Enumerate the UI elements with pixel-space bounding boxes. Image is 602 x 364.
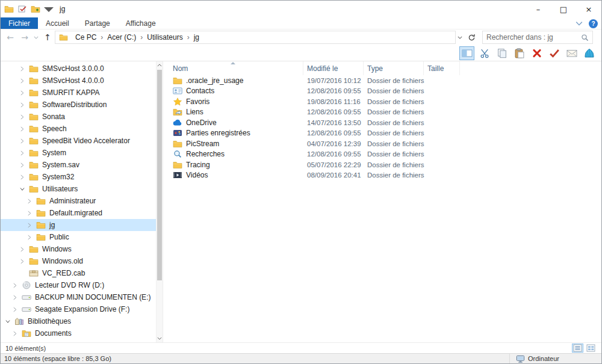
column-header[interactable]: Taille bbox=[424, 61, 460, 75]
chevron-down-icon[interactable] bbox=[5, 318, 11, 324]
paste-button[interactable] bbox=[512, 46, 527, 60]
tree-item[interactable]: Lecteur DVD RW (D:) bbox=[1, 279, 156, 291]
address-bar[interactable]: Ce PC›Acer (C:)›Utilisateurs›jg bbox=[55, 31, 456, 44]
tree-item[interactable]: Bibliothèques bbox=[1, 315, 156, 327]
file-row[interactable]: .oracle_jre_usage19/07/2016 10:12Dossier… bbox=[163, 75, 601, 86]
breadcrumb-segment[interactable]: Utilisateurs bbox=[143, 32, 186, 43]
file-row[interactable]: PicStream04/07/2016 12:39Dossier de fich… bbox=[163, 138, 601, 149]
tree-item[interactable]: Documents bbox=[1, 327, 156, 339]
file-row[interactable]: Tracing05/07/2016 22:29Dossier de fichie… bbox=[163, 159, 601, 170]
tree-scrollbar[interactable] bbox=[156, 61, 163, 342]
tree-item[interactable]: Speech bbox=[1, 123, 156, 135]
shell-button[interactable] bbox=[582, 46, 597, 60]
column-header[interactable]: Nom bbox=[163, 61, 303, 75]
help-button[interactable]: ? bbox=[589, 19, 598, 28]
search-icon[interactable] bbox=[581, 34, 589, 42]
chevron-down-icon[interactable] bbox=[20, 186, 26, 192]
copy-button[interactable] bbox=[494, 46, 509, 60]
tree-item[interactable]: Sonata bbox=[1, 111, 156, 123]
recent-locations-button[interactable] bbox=[32, 31, 40, 44]
disc-icon bbox=[22, 281, 31, 289]
tab-accueil[interactable]: Accueil bbox=[38, 17, 77, 29]
chevron-right-icon[interactable] bbox=[20, 126, 26, 132]
tree-item[interactable]: Administrateur bbox=[1, 195, 156, 207]
file-row[interactable]: Favoris19/08/2016 11:16Dossier de fichie… bbox=[163, 96, 601, 107]
preview-pane-button[interactable] bbox=[459, 46, 474, 60]
tree-item[interactable]: SMURFIT KAPPA bbox=[1, 87, 156, 99]
address-dropdown-button[interactable] bbox=[456, 31, 464, 44]
tree-item[interactable]: SMSvcHost 3.0.0.0 bbox=[1, 63, 156, 75]
validate-button[interactable] bbox=[547, 46, 562, 60]
chevron-right-icon[interactable] bbox=[20, 102, 26, 108]
chevron-right-icon[interactable] bbox=[13, 294, 19, 300]
chevron-right-icon[interactable] bbox=[13, 330, 19, 336]
up-button[interactable]: ↑ bbox=[40, 31, 55, 44]
chevron-right-icon[interactable] bbox=[20, 246, 26, 252]
chevron-right-icon[interactable] bbox=[20, 114, 26, 120]
breadcrumb-segment[interactable]: Ce PC bbox=[72, 32, 100, 43]
breadcrumb-segment[interactable]: Acer (C:) bbox=[104, 32, 140, 43]
file-row[interactable]: Vidéos08/09/2016 20:41Dossier de fichier… bbox=[163, 170, 601, 181]
ribbon-tab-bar: FichierAccueilPartageAffichage ? bbox=[1, 17, 601, 29]
chevron-right-icon[interactable] bbox=[20, 150, 26, 156]
file-row[interactable]: Liens12/08/2016 09:55Dossier de fichiers bbox=[163, 107, 601, 118]
column-header[interactable]: Modifié le bbox=[303, 61, 364, 75]
tree-item[interactable]: Default.migrated bbox=[1, 207, 156, 219]
tree-item[interactable]: VC_RED.cab bbox=[1, 267, 156, 279]
search-input[interactable] bbox=[486, 33, 581, 42]
tree-item[interactable]: Windows.old bbox=[1, 255, 156, 267]
thumbnails-view-button[interactable] bbox=[585, 344, 597, 353]
chevron-right-icon[interactable] bbox=[13, 306, 19, 312]
forward-button[interactable]: → bbox=[17, 31, 32, 44]
chevron-right-icon[interactable] bbox=[27, 210, 33, 216]
cut-button[interactable] bbox=[477, 46, 492, 60]
tree-item[interactable]: Public bbox=[1, 231, 156, 243]
chevron-right-icon[interactable] bbox=[20, 66, 26, 72]
breadcrumb-segment[interactable]: jg bbox=[190, 32, 203, 43]
tab-partage[interactable]: Partage bbox=[77, 17, 118, 29]
tree-item[interactable]: SpeedBit Video Accelerator bbox=[1, 135, 156, 147]
delete-button[interactable] bbox=[529, 46, 544, 60]
file-row[interactable]: Contacts12/08/2016 09:55Dossier de fichi… bbox=[163, 86, 601, 97]
computer-zone: Ordinateur bbox=[509, 354, 559, 363]
mail-button[interactable] bbox=[564, 46, 579, 60]
tree-item[interactable]: System.sav bbox=[1, 159, 156, 171]
file-row[interactable]: Parties enregistrées12/08/2016 09:55Doss… bbox=[163, 128, 601, 139]
tab-fichier[interactable]: Fichier bbox=[1, 17, 38, 29]
details-view-button[interactable] bbox=[572, 344, 583, 353]
chevron-right-icon[interactable] bbox=[27, 234, 33, 240]
back-button[interactable]: ← bbox=[3, 31, 17, 44]
tree-item[interactable]: BACKUP MIJN DOCUMENTEN (E:) bbox=[1, 291, 156, 303]
minimize-button[interactable]: – bbox=[526, 1, 551, 17]
chevron-right-icon[interactable] bbox=[20, 90, 26, 96]
chevron-right-icon[interactable] bbox=[20, 258, 26, 264]
refresh-button[interactable] bbox=[464, 31, 479, 44]
tab-affichage[interactable]: Affichage bbox=[118, 17, 164, 29]
tree-item[interactable]: System32 bbox=[1, 171, 156, 183]
scrollbar-thumb[interactable] bbox=[157, 70, 162, 280]
tree-item[interactable]: SMSvcHost 4.0.0.0 bbox=[1, 75, 156, 87]
tree-item[interactable]: SoftwareDistribution bbox=[1, 99, 156, 111]
column-header[interactable]: Type bbox=[364, 61, 424, 75]
scrollbar-down-icon[interactable] bbox=[157, 335, 163, 342]
tree-item[interactable]: System bbox=[1, 147, 156, 159]
chevron-right-icon[interactable] bbox=[20, 174, 26, 180]
tree-item[interactable]: jg bbox=[1, 219, 156, 231]
chevron-right-icon[interactable] bbox=[27, 198, 33, 204]
chevron-right-icon[interactable] bbox=[13, 282, 19, 288]
file-row[interactable]: OneDrive14/07/2016 13:50Dossier de fichi… bbox=[163, 117, 601, 128]
file-row[interactable]: Recherches12/08/2016 09:55Dossier de fic… bbox=[163, 149, 601, 160]
chevron-right-icon[interactable] bbox=[27, 222, 33, 228]
tree-item[interactable]: Seagate Expansion Drive (F:) bbox=[1, 303, 156, 315]
tree-item[interactable]: Windows bbox=[1, 243, 156, 255]
chevron-right-icon[interactable] bbox=[20, 162, 26, 168]
sort-ascending-icon bbox=[231, 62, 235, 64]
ribbon-expand-icon[interactable] bbox=[576, 21, 583, 26]
chevron-right-icon[interactable] bbox=[20, 78, 26, 84]
scrollbar-up-icon[interactable] bbox=[157, 61, 163, 69]
close-button[interactable]: × bbox=[576, 1, 601, 17]
tree-item[interactable]: Utilisateurs bbox=[1, 183, 156, 195]
cloud-icon bbox=[173, 119, 182, 127]
maximize-button[interactable]: □ bbox=[551, 1, 576, 17]
chevron-right-icon[interactable] bbox=[20, 138, 26, 144]
